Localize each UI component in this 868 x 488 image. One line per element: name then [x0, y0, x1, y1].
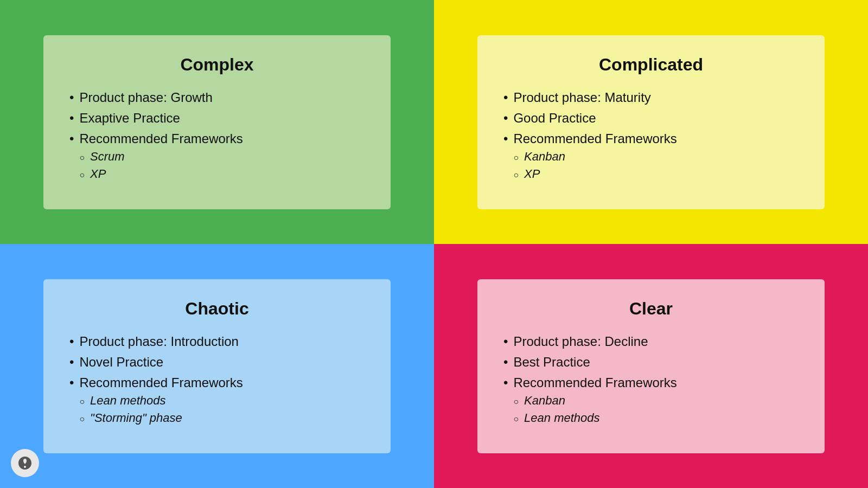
sub-bullet-icon: ○	[79, 170, 85, 180]
bullet-icon: •	[503, 91, 508, 104]
list-item-text: Recommended Frameworks ○ Scrum ○ XP	[79, 131, 365, 184]
sub-bullet-icon: ○	[79, 153, 85, 163]
sub-item-text: "Storming" phase	[90, 411, 182, 425]
bullet-icon: •	[503, 356, 508, 369]
card-chaotic: Chaotic • Product phase: Introduction • …	[43, 279, 391, 453]
bullet-icon: •	[69, 91, 74, 104]
list-item: • Product phase: Decline	[503, 334, 799, 349]
quadrant-clear: Clear • Product phase: Decline • Best Pr…	[434, 244, 868, 488]
list-item: • Product phase: Maturity	[503, 90, 799, 105]
sub-list: ○ Scrum ○ XP	[79, 150, 365, 181]
bullet-icon: •	[69, 376, 74, 389]
sub-list-item: ○ "Storming" phase	[79, 411, 365, 425]
complex-title: Complex	[69, 55, 365, 75]
complex-list: • Product phase: Growth • Exaptive Pract…	[69, 90, 365, 184]
list-item: • Recommended Frameworks ○ Lean methods …	[69, 375, 365, 428]
quadrant-complicated: Complicated • Product phase: Maturity • …	[434, 0, 868, 244]
bullet-icon: •	[69, 356, 74, 369]
app-icon	[17, 455, 33, 471]
sub-list-item: ○ Lean methods	[513, 411, 799, 425]
app-icon-badge	[11, 449, 39, 477]
bullet-icon: •	[69, 112, 74, 125]
list-item-text: Product phase: Decline	[513, 334, 799, 349]
list-item: • Exaptive Practice	[69, 111, 365, 126]
quadrant-chaotic: Chaotic • Product phase: Introduction • …	[0, 244, 434, 488]
bullet-icon: •	[503, 132, 508, 145]
sub-list-item: ○ Scrum	[79, 150, 365, 164]
list-item-text: Recommended Frameworks ○ Kanban ○ Lean m…	[513, 375, 799, 428]
chaotic-title: Chaotic	[69, 299, 365, 319]
sub-bullet-icon: ○	[79, 397, 85, 407]
list-item-text: Product phase: Growth	[79, 90, 365, 105]
list-item-text: Exaptive Practice	[79, 111, 365, 126]
list-item-text: Good Practice	[513, 111, 799, 126]
complicated-title: Complicated	[503, 55, 799, 75]
complicated-list: • Product phase: Maturity • Good Practic…	[503, 90, 799, 184]
sub-list: ○ Kanban ○ Lean methods	[513, 394, 799, 425]
list-item: • Product phase: Introduction	[69, 334, 365, 349]
sub-bullet-icon: ○	[513, 153, 519, 163]
card-clear: Clear • Product phase: Decline • Best Pr…	[477, 279, 825, 453]
sub-list-item: ○ XP	[79, 167, 365, 181]
list-item: • Good Practice	[503, 111, 799, 126]
sub-item-text: Kanban	[524, 150, 565, 164]
bullet-icon: •	[69, 335, 74, 348]
sub-list-item: ○ Kanban	[513, 150, 799, 164]
list-item-text: Novel Practice	[79, 355, 365, 370]
sub-item-text: Lean methods	[524, 411, 599, 425]
sub-bullet-icon: ○	[513, 170, 519, 180]
list-item-text: Best Practice	[513, 355, 799, 370]
list-item-text: Product phase: Introduction	[79, 334, 365, 349]
bullet-icon: •	[503, 335, 508, 348]
sub-list: ○ Lean methods ○ "Storming" phase	[79, 394, 365, 425]
sub-list-item: ○ Kanban	[513, 394, 799, 408]
card-complex: Complex • Product phase: Growth • Exapti…	[43, 35, 391, 209]
sub-item-text: XP	[90, 167, 106, 181]
list-item: • Product phase: Growth	[69, 90, 365, 105]
bullet-icon: •	[503, 376, 508, 389]
bullet-icon: •	[503, 112, 508, 125]
sub-item-text: Kanban	[524, 394, 565, 408]
quadrant-complex: Complex • Product phase: Growth • Exapti…	[0, 0, 434, 244]
sub-bullet-icon: ○	[79, 414, 85, 424]
list-item: • Best Practice	[503, 355, 799, 370]
list-item: • Novel Practice	[69, 355, 365, 370]
sub-item-text: Lean methods	[90, 394, 165, 408]
clear-title: Clear	[503, 299, 799, 319]
chaotic-list: • Product phase: Introduction • Novel Pr…	[69, 334, 365, 428]
sub-item-text: Scrum	[90, 150, 125, 164]
list-item-text: Product phase: Maturity	[513, 90, 799, 105]
list-item-text: Recommended Frameworks ○ Lean methods ○ …	[79, 375, 365, 428]
sub-list-item: ○ Lean methods	[79, 394, 365, 408]
list-item-text: Recommended Frameworks ○ Kanban ○ XP	[513, 131, 799, 184]
sub-list-item: ○ XP	[513, 167, 799, 181]
bullet-icon: •	[69, 132, 74, 145]
card-complicated: Complicated • Product phase: Maturity • …	[477, 35, 825, 209]
list-item: • Recommended Frameworks ○ Kanban ○ XP	[503, 131, 799, 184]
sub-bullet-icon: ○	[513, 397, 519, 407]
sub-list: ○ Kanban ○ XP	[513, 150, 799, 181]
sub-item-text: XP	[524, 167, 540, 181]
list-item: • Recommended Frameworks ○ Scrum ○ XP	[69, 131, 365, 184]
sub-bullet-icon: ○	[513, 414, 519, 424]
clear-list: • Product phase: Decline • Best Practice…	[503, 334, 799, 428]
list-item: • Recommended Frameworks ○ Kanban ○ Lean…	[503, 375, 799, 428]
